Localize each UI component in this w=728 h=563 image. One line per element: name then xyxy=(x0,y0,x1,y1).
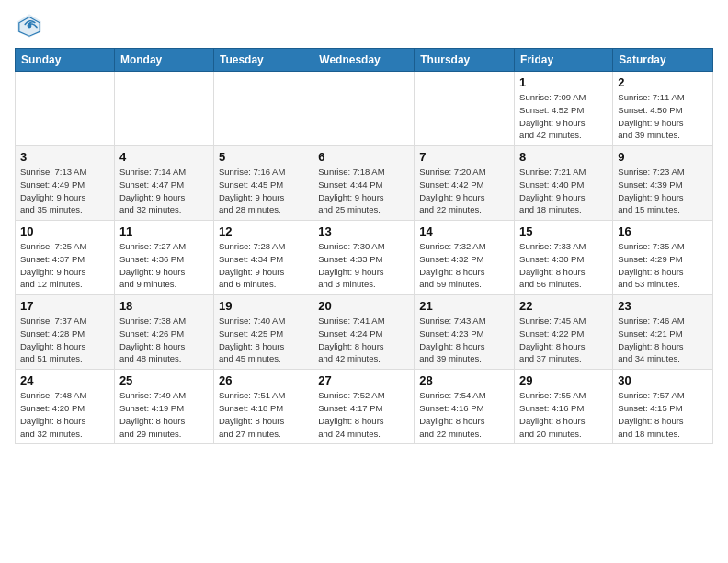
day-number: 20 xyxy=(318,299,409,313)
day-cell: 5Sunrise: 7:16 AM Sunset: 4:45 PM Daylig… xyxy=(213,146,313,221)
day-cell: 28Sunrise: 7:54 AM Sunset: 4:16 PM Dayli… xyxy=(415,370,515,444)
day-info: Sunrise: 7:11 AM Sunset: 4:50 PM Dayligh… xyxy=(618,91,708,142)
day-cell: 27Sunrise: 7:52 AM Sunset: 4:17 PM Dayli… xyxy=(313,370,415,444)
day-cell xyxy=(213,72,313,146)
week-row-5: 24Sunrise: 7:48 AM Sunset: 4:20 PM Dayli… xyxy=(16,370,713,444)
day-info: Sunrise: 7:23 AM Sunset: 4:39 PM Dayligh… xyxy=(618,166,708,216)
day-number: 4 xyxy=(119,150,209,164)
weekday-header-saturday: Saturday xyxy=(613,49,713,72)
day-info: Sunrise: 7:35 AM Sunset: 4:29 PM Dayligh… xyxy=(618,240,708,291)
day-number: 28 xyxy=(419,373,509,387)
day-number: 5 xyxy=(219,150,308,164)
day-info: Sunrise: 7:46 AM Sunset: 4:21 PM Dayligh… xyxy=(618,315,708,365)
day-number: 12 xyxy=(219,224,308,238)
day-number: 26 xyxy=(219,373,308,387)
day-number: 8 xyxy=(519,150,608,164)
day-cell: 23Sunrise: 7:46 AM Sunset: 4:21 PM Dayli… xyxy=(613,295,713,370)
day-cell: 25Sunrise: 7:49 AM Sunset: 4:19 PM Dayli… xyxy=(114,370,213,444)
logo-icon xyxy=(15,11,44,40)
calendar-table: SundayMondayTuesdayWednesdayThursdayFrid… xyxy=(15,48,713,444)
day-info: Sunrise: 7:27 AM Sunset: 4:36 PM Dayligh… xyxy=(119,240,209,291)
day-number: 11 xyxy=(119,224,209,238)
day-cell xyxy=(114,72,213,146)
day-cell: 20Sunrise: 7:41 AM Sunset: 4:24 PM Dayli… xyxy=(313,295,415,370)
day-number: 2 xyxy=(618,75,708,89)
day-number: 16 xyxy=(618,224,708,238)
weekday-header-wednesday: Wednesday xyxy=(313,49,415,72)
day-cell: 24Sunrise: 7:48 AM Sunset: 4:20 PM Dayli… xyxy=(16,370,115,444)
day-cell: 8Sunrise: 7:21 AM Sunset: 4:40 PM Daylig… xyxy=(515,146,613,221)
weekday-header-sunday: Sunday xyxy=(16,49,115,72)
day-info: Sunrise: 7:33 AM Sunset: 4:30 PM Dayligh… xyxy=(519,240,608,291)
day-number: 25 xyxy=(119,373,209,387)
day-info: Sunrise: 7:16 AM Sunset: 4:45 PM Dayligh… xyxy=(219,166,308,216)
day-number: 15 xyxy=(519,224,608,238)
day-info: Sunrise: 7:57 AM Sunset: 4:15 PM Dayligh… xyxy=(618,389,708,440)
day-info: Sunrise: 7:43 AM Sunset: 4:23 PM Dayligh… xyxy=(419,315,509,365)
weekday-header-thursday: Thursday xyxy=(415,49,515,72)
page: SundayMondayTuesdayWednesdayThursdayFrid… xyxy=(0,0,728,455)
day-info: Sunrise: 7:41 AM Sunset: 4:24 PM Dayligh… xyxy=(318,315,409,365)
day-cell xyxy=(16,72,115,146)
day-number: 1 xyxy=(519,75,608,89)
day-number: 19 xyxy=(219,299,308,313)
day-cell: 15Sunrise: 7:33 AM Sunset: 4:30 PM Dayli… xyxy=(515,221,613,295)
day-info: Sunrise: 7:54 AM Sunset: 4:16 PM Dayligh… xyxy=(419,389,509,440)
day-info: Sunrise: 7:52 AM Sunset: 4:17 PM Dayligh… xyxy=(318,389,409,440)
week-row-3: 10Sunrise: 7:25 AM Sunset: 4:37 PM Dayli… xyxy=(16,221,713,295)
day-info: Sunrise: 7:30 AM Sunset: 4:33 PM Dayligh… xyxy=(318,240,409,291)
day-number: 14 xyxy=(419,224,509,238)
day-info: Sunrise: 7:49 AM Sunset: 4:19 PM Dayligh… xyxy=(119,389,209,440)
day-cell: 22Sunrise: 7:45 AM Sunset: 4:22 PM Dayli… xyxy=(515,295,613,370)
day-cell: 2Sunrise: 7:11 AM Sunset: 4:50 PM Daylig… xyxy=(613,72,713,146)
day-cell: 4Sunrise: 7:14 AM Sunset: 4:47 PM Daylig… xyxy=(114,146,213,221)
day-number: 7 xyxy=(419,150,509,164)
header xyxy=(15,11,713,40)
day-info: Sunrise: 7:09 AM Sunset: 4:52 PM Dayligh… xyxy=(519,91,608,142)
day-number: 29 xyxy=(519,373,608,387)
day-cell: 13Sunrise: 7:30 AM Sunset: 4:33 PM Dayli… xyxy=(313,221,415,295)
day-cell: 9Sunrise: 7:23 AM Sunset: 4:39 PM Daylig… xyxy=(613,146,713,221)
day-cell: 29Sunrise: 7:55 AM Sunset: 4:16 PM Dayli… xyxy=(515,370,613,444)
weekday-header-friday: Friday xyxy=(515,49,613,72)
day-info: Sunrise: 7:14 AM Sunset: 4:47 PM Dayligh… xyxy=(119,166,209,216)
day-number: 10 xyxy=(20,224,109,238)
day-cell: 30Sunrise: 7:57 AM Sunset: 4:15 PM Dayli… xyxy=(613,370,713,444)
day-info: Sunrise: 7:18 AM Sunset: 4:44 PM Dayligh… xyxy=(318,166,409,216)
day-info: Sunrise: 7:51 AM Sunset: 4:18 PM Dayligh… xyxy=(219,389,308,440)
day-cell: 7Sunrise: 7:20 AM Sunset: 4:42 PM Daylig… xyxy=(415,146,515,221)
day-number: 6 xyxy=(318,150,409,164)
day-info: Sunrise: 7:48 AM Sunset: 4:20 PM Dayligh… xyxy=(20,389,109,440)
week-row-2: 3Sunrise: 7:13 AM Sunset: 4:49 PM Daylig… xyxy=(16,146,713,221)
weekday-header-monday: Monday xyxy=(114,49,213,72)
day-info: Sunrise: 7:25 AM Sunset: 4:37 PM Dayligh… xyxy=(20,240,109,291)
svg-point-2 xyxy=(28,24,32,29)
week-row-1: 1Sunrise: 7:09 AM Sunset: 4:52 PM Daylig… xyxy=(16,72,713,146)
weekday-header-row: SundayMondayTuesdayWednesdayThursdayFrid… xyxy=(16,49,713,72)
day-info: Sunrise: 7:38 AM Sunset: 4:26 PM Dayligh… xyxy=(119,315,209,365)
weekday-header-tuesday: Tuesday xyxy=(213,49,313,72)
day-number: 22 xyxy=(519,299,608,313)
day-info: Sunrise: 7:32 AM Sunset: 4:32 PM Dayligh… xyxy=(419,240,509,291)
day-cell: 19Sunrise: 7:40 AM Sunset: 4:25 PM Dayli… xyxy=(213,295,313,370)
day-cell: 18Sunrise: 7:38 AM Sunset: 4:26 PM Dayli… xyxy=(114,295,213,370)
day-number: 30 xyxy=(618,373,708,387)
day-info: Sunrise: 7:40 AM Sunset: 4:25 PM Dayligh… xyxy=(219,315,308,365)
day-info: Sunrise: 7:28 AM Sunset: 4:34 PM Dayligh… xyxy=(219,240,308,291)
week-row-4: 17Sunrise: 7:37 AM Sunset: 4:28 PM Dayli… xyxy=(16,295,713,370)
day-number: 24 xyxy=(20,373,109,387)
day-info: Sunrise: 7:13 AM Sunset: 4:49 PM Dayligh… xyxy=(20,166,109,216)
day-cell: 11Sunrise: 7:27 AM Sunset: 4:36 PM Dayli… xyxy=(114,221,213,295)
day-number: 27 xyxy=(318,373,409,387)
day-cell: 3Sunrise: 7:13 AM Sunset: 4:49 PM Daylig… xyxy=(16,146,115,221)
day-cell: 12Sunrise: 7:28 AM Sunset: 4:34 PM Dayli… xyxy=(213,221,313,295)
day-info: Sunrise: 7:45 AM Sunset: 4:22 PM Dayligh… xyxy=(519,315,608,365)
day-number: 21 xyxy=(419,299,509,313)
day-number: 17 xyxy=(20,299,109,313)
day-cell: 6Sunrise: 7:18 AM Sunset: 4:44 PM Daylig… xyxy=(313,146,415,221)
day-number: 9 xyxy=(618,150,708,164)
day-cell xyxy=(415,72,515,146)
day-cell: 1Sunrise: 7:09 AM Sunset: 4:52 PM Daylig… xyxy=(515,72,613,146)
day-cell: 10Sunrise: 7:25 AM Sunset: 4:37 PM Dayli… xyxy=(16,221,115,295)
day-number: 23 xyxy=(618,299,708,313)
